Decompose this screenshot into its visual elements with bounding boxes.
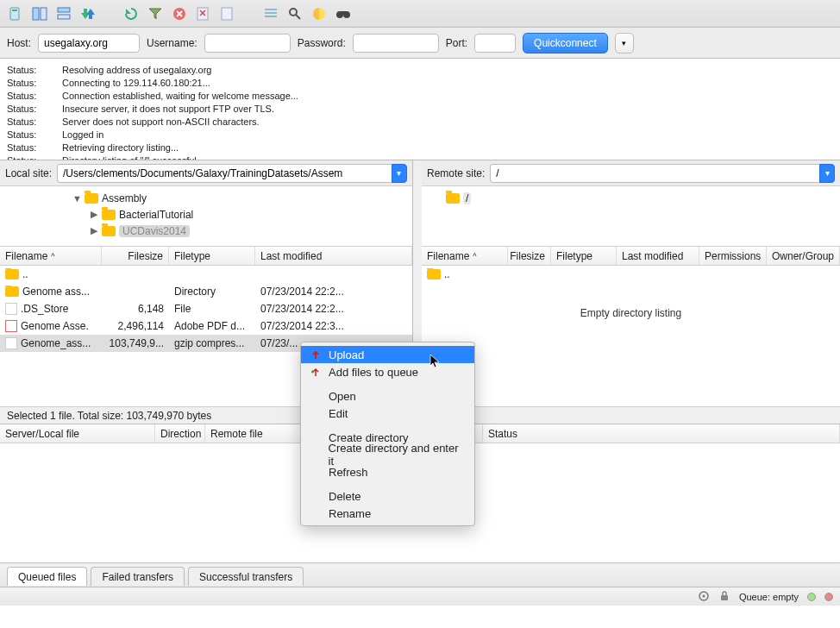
local-site-label: Local site: [5,167,52,179]
host-label: Host: [7,37,31,49]
chevron-down-icon[interactable]: ▾ [392,164,407,183]
lock-icon[interactable] [718,590,730,604]
tab-queued-files[interactable]: Queued files [7,567,87,586]
tab-failed-transfers[interactable]: Failed transfers [91,567,185,586]
log-line: Status:Connecting to 129.114.60.180:21..… [7,77,833,90]
log-key: Status: [7,77,45,90]
col-filename[interactable]: Filename [5,250,47,262]
compare-icon[interactable] [309,3,329,24]
list-item[interactable]: Genome Asse.2,496,114Adobe PDF d...07/23… [0,317,412,335]
pdf-file-icon [5,320,17,332]
svg-rect-5 [58,15,70,19]
message-log[interactable]: Status:Resolving address of usegalaxy.or… [0,59,840,160]
svg-rect-4 [58,8,70,12]
tree-node[interactable]: ▶BacterialTutorial [3,206,409,223]
col-direction[interactable]: Direction [160,428,201,440]
col-filesize[interactable]: Filesize [510,250,545,262]
port-label: Port: [446,37,467,49]
menu-item-open[interactable]: Open [301,387,474,405]
sitemanager-icon[interactable] [5,3,26,24]
menu-item-delete[interactable]: Delete [301,487,474,505]
local-file-list-header[interactable]: Filename^ Filesize Filetype Last modifie… [0,247,412,266]
list-item[interactable]: .. [0,266,412,283]
toggle-tree-icon[interactable] [53,3,74,24]
log-line: Status:Insecure server, it does not supp… [7,103,833,116]
log-line: Status:Connection established, waiting f… [7,90,833,103]
list-item[interactable]: Genome ass...Directory07/23/2014 22:2... [0,283,412,300]
tree-node-label[interactable]: / [463,192,471,204]
col-filesize[interactable]: Filesize [128,250,163,262]
log-msg: Retrieving directory listing... [62,141,179,154]
cancel-icon[interactable] [169,3,190,24]
tree-node-label: UCDavis2014 [119,225,190,237]
tree-node-label: Assembly [102,192,147,204]
folder-icon [5,286,19,297]
col-lastmod[interactable]: Last modified [622,250,683,262]
local-directory-tree[interactable]: ▼Assembly▶BacterialTutorial▶UCDavis2014 [0,186,412,247]
col-permissions[interactable]: Permissions [705,250,761,262]
transfer-settings-icon[interactable] [698,590,710,604]
binoculars-icon[interactable] [333,3,354,24]
col-filename[interactable]: Filename [427,250,469,262]
host-input[interactable] [38,34,140,53]
toggle-log-icon[interactable] [29,3,50,24]
view-processes-icon[interactable] [260,3,281,24]
svg-rect-3 [41,8,47,20]
svg-rect-16 [340,11,347,14]
led-green-icon [807,593,816,601]
col-filetype[interactable]: Filetype [174,250,210,262]
col-owner[interactable]: Owner/Group [772,250,834,262]
col-filetype[interactable]: Filetype [556,250,592,262]
log-msg: Logged in [62,129,103,141]
col-local-file[interactable]: Server/Local file [5,428,79,440]
log-key: Status: [7,90,45,103]
list-item[interactable]: .DS_Store6,148File07/23/2014 22:2... [0,300,412,317]
username-input[interactable] [204,34,291,53]
add-queue-icon [310,366,322,378]
tab-successful-transfers[interactable]: Successful transfers [188,567,304,586]
tree-toggle-icon[interactable]: ▶ [90,209,98,220]
local-status-text: Selected 1 file. Total size: 103,749,970… [7,410,211,422]
refresh-icon[interactable] [121,3,141,24]
tree-node[interactable]: ▼Assembly [3,190,409,206]
log-key: Status: [7,116,45,129]
remote-directory-tree[interactable]: / [422,186,840,247]
disconnect-icon[interactable] [193,3,214,24]
remote-file-list[interactable]: .. Empty directory listing [422,266,840,406]
log-msg: Connecting to 129.114.60.180:21... [62,77,210,90]
remote-site-input[interactable] [490,164,819,183]
log-msg: Resolving address of usegalaxy.org [62,64,211,77]
menu-item-upload[interactable]: Upload [301,346,474,363]
filter-icon[interactable] [145,3,166,24]
password-input[interactable] [353,34,439,53]
archive-file-icon [5,337,17,349]
remote-file-list-header[interactable]: Filename^ Filesize Filetype Last modifie… [422,247,840,266]
reconnect-icon[interactable] [217,3,238,24]
list-item[interactable]: .. [422,266,840,283]
port-input[interactable] [474,34,516,53]
col-xfer-status[interactable]: Status [488,428,517,440]
sort-asc-icon: ^ [473,252,476,261]
menu-item-create-dir-enter[interactable]: Create directory and enter it [301,446,474,463]
quick-connect-bar: Host: Username: Password: Port: Quickcon… [0,28,840,59]
folder-icon [102,226,116,236]
log-key: Status: [7,154,45,160]
transfer-queue-icon[interactable] [78,3,98,24]
tree-toggle-icon[interactable]: ▶ [90,225,98,236]
log-msg: Connection established, waiting for welc… [62,90,298,103]
col-lastmod[interactable]: Last modified [260,250,322,262]
remote-pane: Remote site: ▾ / Filename^ Filesize File… [422,160,840,424]
chevron-down-icon[interactable]: ▾ [819,164,835,183]
tree-node[interactable]: ▶UCDavis2014 [3,223,409,239]
local-site-input[interactable] [57,164,392,183]
tree-toggle-icon[interactable]: ▼ [72,193,81,204]
menu-item-add-queue[interactable]: Add files to queue [301,363,474,380]
menu-item-edit[interactable]: Edit [301,405,474,422]
folder-icon [85,193,98,204]
menu-item-rename[interactable]: Rename [301,505,474,522]
log-key: Status: [7,103,45,116]
quickconnect-button[interactable]: Quickconnect [523,33,608,53]
quickconnect-history-button[interactable]: ▾ [615,33,634,53]
search-icon[interactable] [285,3,305,24]
col-remote-file[interactable]: Remote file [210,428,263,440]
